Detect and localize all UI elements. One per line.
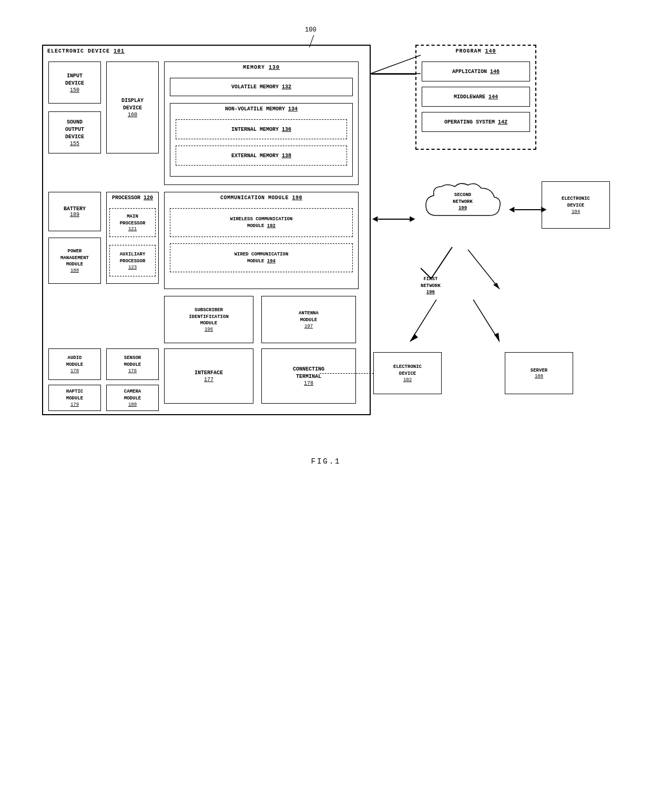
memory-program-connector-svg	[352, 45, 421, 87]
main-processor-box: MAINPROCESSOR 121	[109, 208, 156, 237]
subscriber-id-label: SUBSCRIBERIDENTIFICATIONMODULE	[189, 307, 229, 327]
camera-module-number: 180	[128, 402, 137, 407]
non-volatile-memory-label: NON-VOLATILE MEMORY 134	[170, 106, 352, 112]
battery-box: BATTERY 189	[48, 192, 101, 231]
processor-label: PROCESSOR 120	[107, 195, 158, 201]
external-memory-box: EXTERNAL MEMORY 138	[176, 146, 347, 166]
wireless-comm-box: WIRELESS COMMUNICATIONMODULE 192	[170, 208, 353, 237]
os-box: OPERATING SYSTEM 142	[422, 112, 530, 132]
svg-marker-5	[493, 283, 500, 289]
svg-marker-7	[410, 334, 418, 342]
first-network-label: FIRSTNETWORK196	[421, 276, 441, 296]
arrow-to-ed104: ◄ ►	[509, 205, 547, 214]
haptic-module-box: HAPTICMODULE 179	[48, 385, 101, 411]
electronic-device-label: ELECTRONIC DEVICE 101	[47, 48, 125, 54]
subscriber-id-box: SUBSCRIBERIDENTIFICATIONMODULE 196	[164, 296, 253, 343]
volatile-memory-label: VOLATILE MEMORY 132	[231, 84, 291, 90]
server-box: SERVER 108	[505, 352, 573, 394]
server-label: SERVER	[531, 367, 547, 374]
aux-processor-label: AUXILIARYPROCESSOR	[120, 251, 146, 264]
internal-memory-label: INTERNAL MEMORY 136	[231, 127, 291, 132]
external-memory-label: EXTERNAL MEMORY 138	[231, 153, 291, 159]
second-network-label: SECONDNETWORK199	[421, 192, 505, 212]
middleware-box: MIDDLEWARE 144	[422, 87, 530, 107]
server-number: 108	[535, 374, 543, 379]
svg-line-2	[431, 247, 452, 279]
os-label: OPERATING SYSTEM 142	[444, 119, 507, 125]
memory-label: MEMORY 130	[165, 65, 358, 70]
figure-label: FIG.1	[311, 457, 341, 466]
power-mgmt-label: POWERMANAGEMENTMODULE	[60, 248, 89, 268]
application-box: APPLICATION 146	[422, 61, 530, 81]
interface-label: INTERFACE	[195, 369, 223, 377]
battery-number: 189	[70, 212, 79, 218]
battery-label: BATTERY	[64, 206, 86, 212]
connecting-terminal-number: 178	[304, 381, 313, 386]
input-device-box: INPUTDEVICE 150	[48, 61, 101, 104]
sound-output-number: 155	[70, 141, 79, 147]
power-mgmt-number: 188	[70, 268, 79, 273]
sensor-module-number: 176	[128, 368, 137, 374]
display-device-box: DISPLAYDEVICE 160	[106, 61, 159, 153]
antenna-module-label: ANTENNAMODULE	[299, 310, 319, 323]
connecting-terminal-box: CONNECTINGTERMINAL 178	[261, 348, 356, 404]
display-device-number: 160	[128, 112, 137, 118]
sensor-module-label: SENSORMODULE	[124, 355, 141, 368]
audio-module-label: AUDIOMODULE	[66, 355, 83, 368]
main-processor-label: MAINPROCESSOR	[120, 213, 146, 227]
internal-memory-box: INTERNAL MEMORY 136	[176, 119, 347, 139]
camera-module-label: CAMERAMODULE	[124, 388, 141, 402]
ed102-label: ELECTRONICDEVICE	[393, 364, 422, 377]
application-label: APPLICATION 146	[452, 69, 500, 75]
comm-module-box: COMMUNICATION MODULE 190 WIRELESS COMMUN…	[164, 192, 359, 289]
arrow-to-server	[457, 300, 526, 352]
subscriber-id-number: 196	[205, 327, 213, 332]
middleware-label: MIDDLEWARE 144	[454, 94, 498, 100]
processor-box: PROCESSOR 120 MAINPROCESSOR 121 AUXILIAR…	[106, 192, 159, 284]
aux-processor-number: 123	[128, 265, 137, 270]
wired-comm-label: WIRED COMMUNICATIONMODULE 194	[235, 251, 289, 264]
dashed-ed102-line	[320, 373, 373, 374]
power-mgmt-box: POWERMANAGEMENTMODULE 188	[48, 238, 101, 284]
ed102-number: 102	[403, 377, 412, 383]
svg-line-0	[371, 55, 421, 74]
audio-module-box: AUDIOMODULE 170	[48, 348, 101, 380]
input-device-number: 150	[70, 87, 79, 93]
input-device-label: INPUTDEVICE	[65, 73, 84, 87]
ed104-label: ELECTRONICDEVICE	[562, 196, 590, 209]
camera-module-box: CAMERAMODULE 180	[106, 385, 159, 411]
electronic-device-box: ELECTRONIC DEVICE 101 INPUTDEVICE 150 SO…	[42, 45, 371, 415]
haptic-module-label: HAPTICMODULE	[66, 388, 83, 402]
antenna-module-box: ANTENNAMODULE 197	[261, 296, 356, 343]
arrow-to-network: ◄ ►	[372, 214, 415, 224]
ed102-box: ELECTRONICDEVICE 102	[373, 352, 442, 394]
svg-line-4	[468, 250, 500, 289]
sensor-module-box: SENSORMODULE 176	[106, 348, 159, 380]
ed104-box: ELECTRONICDEVICE 104	[542, 181, 610, 229]
volatile-memory-box: VOLATILE MEMORY 132	[170, 78, 353, 96]
interface-number: 177	[204, 377, 213, 383]
comm-module-label: COMMUNICATION MODULE 190	[165, 195, 358, 201]
wireless-comm-label: WIRELESS COMMUNICATIONMODULE 192	[230, 216, 293, 229]
sound-output-box: SOUNDOUTPUTDEVICE 155	[48, 111, 101, 153]
program-label: PROGRAM 140	[416, 48, 535, 54]
main-processor-number: 121	[128, 227, 137, 232]
haptic-module-number: 179	[70, 402, 79, 407]
aux-processor-box: AUXILIARYPROCESSOR 123	[109, 245, 156, 276]
display-device-label: DISPLAYDEVICE	[121, 97, 144, 112]
sound-output-label: SOUNDOUTPUTDEVICE	[65, 119, 84, 141]
second-network-cloud: SECONDNETWORK199	[421, 179, 505, 247]
program-box: PROGRAM 140 APPLICATION 146 MIDDLEWARE 1…	[415, 45, 536, 150]
wired-comm-box: WIRED COMMUNICATIONMODULE 194	[170, 243, 353, 272]
non-volatile-memory-box: NON-VOLATILE MEMORY 134 INTERNAL MEMORY …	[170, 103, 353, 177]
ed104-number: 104	[572, 209, 580, 214]
memory-box: MEMORY 130 VOLATILE MEMORY 132 NON-VOLAT…	[164, 61, 359, 185]
antenna-module-number: 197	[304, 324, 313, 329]
interface-box: INTERFACE 177	[164, 348, 253, 404]
audio-module-number: 170	[70, 368, 79, 374]
